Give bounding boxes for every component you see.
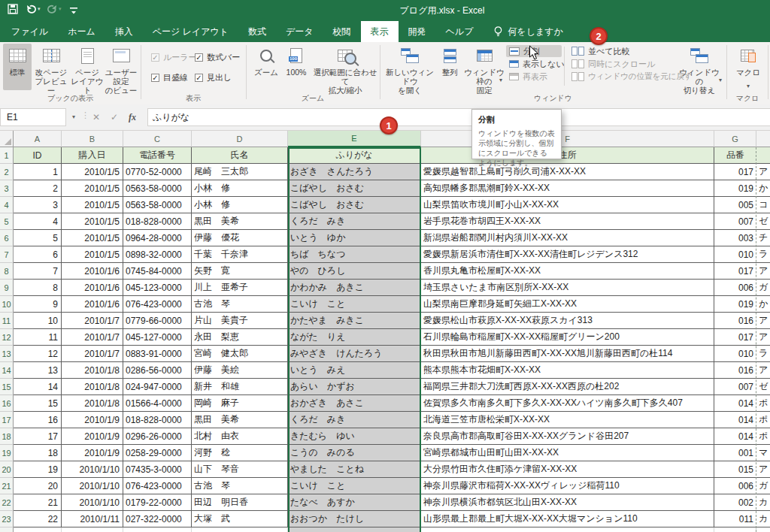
tab-挿入[interactable]: 挿入 — [105, 21, 143, 42]
cell-empty[interactable] — [62, 527, 123, 532]
cell-C8[interactable]: 0745-84-0000 — [123, 263, 192, 280]
cell-G20[interactable]: 015 — [714, 461, 756, 478]
cell-C5[interactable]: 018-828-0000 — [123, 213, 192, 230]
cell-B21[interactable]: 2010/1/10 — [62, 478, 123, 494]
cell-H16[interactable]: ポ — [756, 395, 770, 412]
cell-B8[interactable]: 2010/1/6 — [62, 263, 123, 280]
cell-C16[interactable]: 01566-4-0000 — [123, 395, 192, 412]
cell-D23[interactable]: 大塚 武 — [192, 511, 288, 527]
row-header-21[interactable]: 21 — [0, 478, 14, 494]
new-window-button[interactable]: 新しいウィンドウ を開く — [383, 44, 436, 90]
cell-A20[interactable]: 19 — [14, 461, 62, 478]
cell-F21[interactable]: 神奈川県藤沢市稲荷X-XX-XXヴィレッジ稲荷110 — [421, 478, 714, 494]
row-header-15[interactable]: 15 — [0, 379, 14, 395]
cell-A23[interactable]: 22 — [14, 511, 62, 527]
cancel-entry-icon[interactable]: ✕ — [87, 108, 105, 126]
cell-A17[interactable]: 16 — [14, 412, 62, 428]
cell-empty[interactable] — [714, 527, 756, 532]
cell-E4[interactable]: こばやし おさむ — [288, 197, 421, 213]
cell-H9[interactable]: ガ — [756, 280, 770, 296]
row-header-20[interactable]: 20 — [0, 461, 14, 478]
cell-E11[interactable]: かたやま みきこ — [288, 313, 421, 329]
cell-H1[interactable] — [756, 147, 770, 164]
cell-F5[interactable]: 岩手県花巻市胡四王X-XX-XX — [421, 213, 714, 230]
cell-empty[interactable] — [756, 527, 770, 532]
cell-F18[interactable]: 奈良県高市郡高取町谷田X-XX-XXグランド谷田207 — [421, 428, 714, 445]
cell-H4[interactable]: コ — [756, 197, 770, 213]
cell-H14[interactable]: ア — [756, 362, 770, 379]
cell-empty[interactable] — [123, 527, 192, 532]
cell-D1[interactable]: 氏名 — [192, 147, 288, 164]
cell-A14[interactable]: 13 — [14, 362, 62, 379]
cell-D7[interactable]: 千葉 千奈津 — [192, 246, 288, 263]
cell-B22[interactable]: 2010/1/10 — [62, 494, 123, 511]
cell-D9[interactable]: 川上 亜希子 — [192, 280, 288, 296]
save-button[interactable] — [8, 4, 18, 14]
switch-windows-button[interactable]: ウィンドウの 切り替え ▾ — [675, 44, 723, 90]
zoom-to-selection-button[interactable]: 選択範囲に合わせて 拡大/縮小 — [311, 44, 380, 90]
cell-E8[interactable]: やの ひろし — [288, 263, 421, 280]
cell-F3[interactable]: 高知県幡多郡黒潮町鈴X-XX-XX — [421, 180, 714, 197]
cell-H23[interactable]: カ — [756, 511, 770, 527]
freeze-panes-button[interactable]: ウィンドウ枠の 固定 ▾ — [463, 44, 505, 90]
cell-H8[interactable]: ア — [756, 263, 770, 280]
cell-D2[interactable]: 尾崎 三太郎 — [192, 164, 288, 180]
formula-bar-checkbox[interactable]: ✓ 数式バー — [195, 52, 240, 62]
row-header-8[interactable]: 8 — [0, 263, 14, 280]
row-header-4[interactable]: 4 — [0, 197, 14, 213]
row-header-10[interactable]: 10 — [0, 296, 14, 313]
row-header-7[interactable]: 7 — [0, 246, 14, 263]
cell-B10[interactable]: 2010/1/6 — [62, 296, 123, 313]
cell-B13[interactable]: 2010/1/7 — [62, 346, 123, 362]
cell-D8[interactable]: 矢野 寛 — [192, 263, 288, 280]
row-header-9[interactable]: 9 — [0, 280, 14, 296]
redo-caret-icon[interactable]: ▾ — [59, 6, 62, 12]
cell-D20[interactable]: 山下 琴音 — [192, 461, 288, 478]
cell-E14[interactable]: いとう みえ — [288, 362, 421, 379]
cell-H20[interactable]: ア — [756, 461, 770, 478]
cell-F2[interactable]: 愛媛県越智郡上島町弓削久司浦X-XX-XX — [421, 164, 714, 180]
cell-A10[interactable]: 9 — [14, 296, 62, 313]
cell-F9[interactable]: 埼玉県さいたま市南区別所X-XX-XX — [421, 280, 714, 296]
row-header-16[interactable]: 16 — [0, 395, 14, 412]
cell-F13[interactable]: 秋田県秋田市旭川新藤田西町X-XX-XX旭川新藤田西町の杜114 — [421, 346, 714, 362]
tab-表示[interactable]: 表示 — [361, 21, 399, 42]
cell-G1[interactable]: 品番 — [714, 147, 756, 164]
cell-C2[interactable]: 0770-52-0000 — [123, 164, 192, 180]
synchronous-scrolling-button[interactable]: 同時にスクロール — [568, 58, 658, 70]
redo-button[interactable]: ▾ — [47, 4, 62, 14]
row-header-24[interactable]: 24 — [0, 527, 14, 532]
cell-F8[interactable]: 香川県丸亀市松屋町X-XX-XX — [421, 263, 714, 280]
row-header-13[interactable]: 13 — [0, 346, 14, 362]
cell-E20[interactable]: やました ことね — [288, 461, 421, 478]
cell-D12[interactable]: 永田 梨恵 — [192, 329, 288, 346]
cell-C11[interactable]: 0779-66-0000 — [123, 313, 192, 329]
cell-H6[interactable]: チ — [756, 230, 770, 246]
cell-D21[interactable]: 古池 琴 — [192, 478, 288, 494]
cell-H11[interactable]: ア — [756, 313, 770, 329]
cell-C18[interactable]: 0296-26-0000 — [123, 428, 192, 445]
cell-D3[interactable]: 小林 修 — [192, 180, 288, 197]
tab-ファイル[interactable]: ファイル — [2, 21, 58, 42]
cell-empty[interactable] — [192, 527, 288, 532]
cell-F12[interactable]: 石川県輪島市稲屋町X-XX-XX稲屋町グリーン200 — [421, 329, 714, 346]
confirm-entry-icon[interactable]: ✓ — [105, 108, 123, 126]
cell-H5[interactable]: ゼ — [756, 213, 770, 230]
cell-E5[interactable]: くろだ みき — [288, 213, 421, 230]
cell-E23[interactable]: おおつか たけし — [288, 511, 421, 527]
formula-input[interactable]: ふりがな — [147, 108, 770, 126]
cell-C20[interactable]: 07435-3-0000 — [123, 461, 192, 478]
cell-B5[interactable]: 2010/1/5 — [62, 213, 123, 230]
cell-G19[interactable]: 001 — [714, 445, 756, 461]
cell-G9[interactable]: 006 — [714, 280, 756, 296]
cell-D6[interactable]: 伊藤 優花 — [192, 230, 288, 246]
row-header-22[interactable]: 22 — [0, 494, 14, 511]
cell-H15[interactable]: ゼ — [756, 379, 770, 395]
cell-A4[interactable]: 3 — [14, 197, 62, 213]
cell-C7[interactable]: 0898-32-0000 — [123, 246, 192, 263]
cell-G23[interactable]: 011 — [714, 511, 756, 527]
cell-G6[interactable]: 003 — [714, 230, 756, 246]
cell-H10[interactable]: か — [756, 296, 770, 313]
select-all-button[interactable] — [0, 131, 14, 147]
cell-G2[interactable]: 017 — [714, 164, 756, 180]
